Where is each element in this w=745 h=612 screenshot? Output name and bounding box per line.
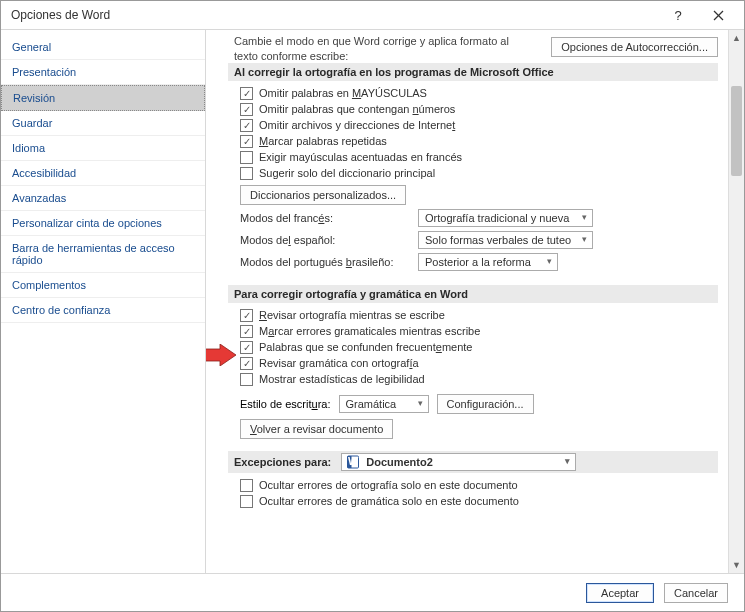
check-main-dict-only[interactable]: ✓Sugerir solo del diccionario principal: [240, 167, 718, 180]
row-french-modes: Modos del francés: Ortografía tradiciona…: [240, 209, 718, 227]
sidebar-item-label: Barra de herramientas de acceso rápido: [12, 242, 175, 266]
checkbox-icon: ✓: [240, 479, 253, 492]
sidebar-item-accessibility[interactable]: Accesibilidad: [1, 161, 205, 186]
cancel-button[interactable]: Cancelar: [664, 583, 728, 603]
writing-style-select[interactable]: Gramática: [339, 395, 429, 413]
check-ignore-uppercase[interactable]: ✓Omitir palabras en MAYÚSCULAS: [240, 87, 718, 100]
spanish-modes-label: Modos del español:: [240, 234, 410, 246]
main-panel: Cambie el modo en que Word corrige y apl…: [206, 30, 744, 573]
sidebar-item-label: Guardar: [12, 117, 52, 129]
writing-style-label: Estilo de escritura:: [240, 398, 331, 410]
sidebar-item-advanced[interactable]: Avanzadas: [1, 186, 205, 211]
check-label: Omitir palabras que contengan números: [259, 103, 455, 115]
check-label: Exigir mayúsculas acentuadas en francés: [259, 151, 462, 163]
sidebar-item-customize-ribbon[interactable]: Personalizar cinta de opciones: [1, 211, 205, 236]
custom-dictionaries-button[interactable]: Diccionarios personalizados...: [240, 185, 406, 205]
select-value: Posterior a la reforma: [425, 256, 531, 268]
checkbox-icon: ✓: [240, 357, 253, 370]
row-portuguese-modes: Modos del portugués brasileño: Posterior…: [240, 253, 718, 271]
sidebar-item-label: Avanzadas: [12, 192, 66, 204]
options-dialog: Opciones de Word ? General Presentación …: [0, 0, 745, 612]
checkbox-icon: ✓: [240, 87, 253, 100]
window-title: Opciones de Word: [11, 8, 658, 22]
scroll-down-arrow-icon[interactable]: ▼: [729, 557, 744, 573]
checkbox-icon: ✓: [240, 119, 253, 132]
checkbox-icon: ✓: [240, 373, 253, 386]
vertical-scrollbar[interactable]: ▲ ▼: [728, 30, 744, 573]
scrollbar-track[interactable]: [729, 46, 744, 557]
category-sidebar: General Presentación Revisión Guardar Id…: [1, 30, 206, 573]
sidebar-item-general[interactable]: General: [1, 35, 205, 60]
check-label: Revisar gramática con ortografía: [259, 357, 419, 369]
scroll-content: Cambie el modo en que Word corrige y apl…: [206, 30, 728, 573]
intro-line2: texto conforme escribe:: [234, 50, 348, 62]
svg-text:W: W: [348, 455, 359, 467]
check-ignore-internet[interactable]: ✓Omitir archivos y direcciones de Intern…: [240, 119, 718, 132]
check-hide-grammar-errors[interactable]: ✓Ocultar errores de gramática solo en es…: [240, 495, 718, 508]
autocorrect-options-button[interactable]: Opciones de Autocorrección...: [551, 37, 718, 57]
check-confused-words[interactable]: ✓Palabras que se confunden frecuentement…: [240, 341, 718, 354]
check-label: Ocultar errores de ortografía solo en es…: [259, 479, 518, 491]
sidebar-item-save[interactable]: Guardar: [1, 111, 205, 136]
section-exceptions: Excepciones para: W Documento2: [228, 451, 718, 473]
checkbox-icon: ✓: [240, 495, 253, 508]
intro-line1: Cambie el modo en que Word corrige y apl…: [234, 35, 509, 47]
document-icon: W: [346, 455, 360, 469]
recheck-document-button[interactable]: Volver a revisar documento: [240, 419, 393, 439]
check-spell-as-you-type[interactable]: ✓Revisar ortografía mientras se escribe: [240, 309, 718, 322]
sidebar-item-trust-center[interactable]: Centro de confianza: [1, 298, 205, 323]
check-label: Omitir palabras en MAYÚSCULAS: [259, 87, 427, 99]
row-writing-style: Estilo de escritura: Gramática Configura…: [240, 394, 718, 414]
checkbox-icon: ✓: [240, 151, 253, 164]
checkbox-icon: ✓: [240, 309, 253, 322]
close-button[interactable]: [698, 1, 738, 29]
sidebar-item-label: General: [12, 41, 51, 53]
check-label: Marcar errores gramaticales mientras esc…: [259, 325, 480, 337]
check-label: Palabras que se confunden frecuentemente: [259, 341, 472, 353]
grammar-settings-button[interactable]: Configuración...: [437, 394, 534, 414]
checkbox-icon: ✓: [240, 103, 253, 116]
portuguese-modes-select[interactable]: Posterior a la reforma: [418, 253, 558, 271]
sidebar-item-label: Centro de confianza: [12, 304, 110, 316]
ok-button[interactable]: Aceptar: [586, 583, 654, 603]
select-value: Gramática: [346, 398, 397, 410]
french-modes-select[interactable]: Ortografía tradicional y nueva: [418, 209, 593, 227]
check-label: Mostrar estadísticas de legibilidad: [259, 373, 425, 385]
dialog-body: General Presentación Revisión Guardar Id…: [1, 29, 744, 573]
check-grammar-with-spelling[interactable]: ✓Revisar gramática con ortografía: [240, 357, 718, 370]
french-modes-label: Modos del francés:: [240, 212, 410, 224]
row-spanish-modes: Modos del español: Solo formas verbales …: [240, 231, 718, 249]
sidebar-item-label: Personalizar cinta de opciones: [12, 217, 162, 229]
checkbox-icon: ✓: [240, 341, 253, 354]
spanish-modes-select[interactable]: Solo formas verbales de tuteo: [418, 231, 593, 249]
select-value: Documento2: [366, 456, 433, 468]
sidebar-item-proofing[interactable]: Revisión: [1, 85, 205, 111]
check-label: Ocultar errores de gramática solo en est…: [259, 495, 519, 507]
section-spellcheck-office: Al corregir la ortografía en los program…: [228, 63, 718, 81]
check-hide-spelling-errors[interactable]: ✓Ocultar errores de ortografía solo en e…: [240, 479, 718, 492]
section-spellcheck-word: Para corregir ortografía y gramática en …: [228, 285, 718, 303]
check-readability-stats[interactable]: ✓Mostrar estadísticas de legibilidad: [240, 373, 718, 386]
check-repeated-words[interactable]: ✓Marcar palabras repetidas: [240, 135, 718, 148]
check-french-accents[interactable]: ✓Exigir mayúsculas acentuadas en francés: [240, 151, 718, 164]
scroll-up-arrow-icon[interactable]: ▲: [729, 30, 744, 46]
check-label: Sugerir solo del diccionario principal: [259, 167, 435, 179]
dialog-footer: Aceptar Cancelar: [1, 573, 744, 611]
help-button[interactable]: ?: [658, 1, 698, 29]
sidebar-item-label: Presentación: [12, 66, 76, 78]
titlebar: Opciones de Word ?: [1, 1, 744, 29]
scrollbar-thumb[interactable]: [731, 86, 742, 176]
sidebar-item-language[interactable]: Idioma: [1, 136, 205, 161]
select-value: Solo formas verbales de tuteo: [425, 234, 571, 246]
exceptions-document-select[interactable]: W Documento2: [341, 453, 576, 471]
sidebar-item-addins[interactable]: Complementos: [1, 273, 205, 298]
close-icon: [713, 10, 724, 21]
sidebar-item-quick-access[interactable]: Barra de herramientas de acceso rápido: [1, 236, 205, 273]
checkbox-icon: ✓: [240, 325, 253, 338]
portuguese-modes-label: Modos del portugués brasileño:: [240, 256, 410, 268]
check-grammar-errors[interactable]: ✓Marcar errores gramaticales mientras es…: [240, 325, 718, 338]
sidebar-item-display[interactable]: Presentación: [1, 60, 205, 85]
check-label: Omitir archivos y direcciones de Interne…: [259, 119, 455, 131]
check-ignore-numbers[interactable]: ✓Omitir palabras que contengan números: [240, 103, 718, 116]
sidebar-item-label: Revisión: [13, 92, 55, 104]
